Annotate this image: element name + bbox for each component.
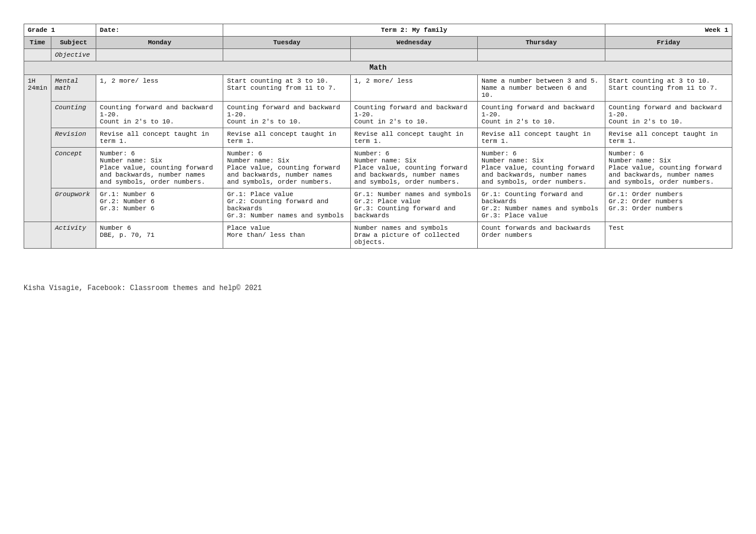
tuesday-mental: Start counting at 3 to 10. Start countin… [223, 75, 350, 102]
footer: Kisha Visagie, Facebook: Classroom theme… [24, 284, 732, 292]
time-cell: 1H 24min [24, 75, 51, 222]
wednesday-mental: 1, 2 more/ less [350, 75, 477, 102]
mental-math-row: 1H 24min Mental math 1, 2 more/ less Sta… [24, 75, 732, 102]
monday-header: Monday [96, 37, 223, 49]
friday-mental: Start counting at 3 to 10. Start countin… [605, 75, 732, 102]
friday-header: Friday [605, 37, 732, 49]
thursday-objective [478, 49, 605, 61]
math-label: Math [24, 61, 732, 75]
thursday-groupwork: Gr.1: Counting forward and backwards Gr.… [478, 188, 605, 222]
friday-objective [605, 49, 732, 61]
week-cell: Week 1 [605, 24, 732, 37]
tuesday-concept: Number: 6 Number name: Six Place value, … [223, 148, 350, 188]
counting-label: Counting [51, 102, 96, 128]
term-label: Term 2: My family [381, 27, 447, 34]
objective-time [24, 49, 51, 61]
activity-time [24, 222, 51, 249]
monday-counting: Counting forward and backward 1-20. Coun… [96, 102, 223, 128]
header-row: Grade 1 Date: Term 2: My family Week 1 [24, 24, 732, 37]
revision-label: Revision [51, 128, 96, 148]
thursday-activity: Count forwards and backwards Order numbe… [478, 222, 605, 249]
tuesday-header: Tuesday [223, 37, 350, 49]
tuesday-revision: Revise all concept taught in term 1. [223, 128, 350, 148]
activity-row: Activity Number 6 DBE, p. 70, 71 Place v… [24, 222, 732, 249]
monday-groupwork: Gr.1: Number 6 Gr.2: Number 6 Gr.3: Numb… [96, 188, 223, 222]
friday-revision: Revise all concept taught in term 1. [605, 128, 732, 148]
wednesday-revision: Revise all concept taught in term 1. [350, 128, 477, 148]
wednesday-groupwork: Gr.1: Number names and symbols Gr.2: Pla… [350, 188, 477, 222]
grade-cell: Grade 1 [24, 24, 96, 37]
tuesday-activity: Place value More than/ less than [223, 222, 350, 249]
wednesday-header: Wednesday [350, 37, 477, 49]
wednesday-counting: Counting forward and backward 1-20. Coun… [350, 102, 477, 128]
concept-label: Concept [51, 148, 96, 188]
lesson-plan-table: Grade 1 Date: Term 2: My family Week 1 T… [24, 24, 732, 249]
thursday-concept: Number: 6 Number name: Six Place value, … [478, 148, 605, 188]
tuesday-counting: Counting forward and backward 1-20. Coun… [223, 102, 350, 128]
tuesday-groupwork: Gr.1: Place value Gr.2: Counting forward… [223, 188, 350, 222]
counting-row: Counting Counting forward and backward 1… [24, 102, 732, 128]
date-cell: Date: [96, 24, 223, 37]
concept-row: Concept Number: 6 Number name: Six Place… [24, 148, 732, 188]
monday-activity: Number 6 DBE, p. 70, 71 [96, 222, 223, 249]
week-label: Week 1 [705, 27, 728, 34]
thursday-header: Thursday [478, 37, 605, 49]
grade-label: Grade 1 [28, 27, 55, 34]
subject-header: Subject [51, 37, 96, 49]
column-header-row: Time Subject Monday Tuesday Wednesday Th… [24, 37, 732, 49]
objective-row: Objective [24, 49, 732, 61]
mental-math-label: Mental math [51, 75, 96, 102]
monday-mental: 1, 2 more/ less [96, 75, 223, 102]
tuesday-objective [223, 49, 350, 61]
friday-concept: Number: 6 Number name: Six Place value, … [605, 148, 732, 188]
revision-row: Revision Revise all concept taught in te… [24, 128, 732, 148]
activity-label: Activity [51, 222, 96, 249]
thursday-counting: Counting forward and backward 1-20. Coun… [478, 102, 605, 128]
objective-label: Objective [51, 49, 96, 61]
date-label: Date: [100, 27, 119, 34]
thursday-mental: Name a number between 3 and 5. Name a nu… [478, 75, 605, 102]
friday-counting: Counting forward and backward 1-20. Coun… [605, 102, 732, 128]
wednesday-activity: Number names and symbols Draw a picture … [350, 222, 477, 249]
thursday-revision: Revise all concept taught in term 1. [478, 128, 605, 148]
wednesday-concept: Number: 6 Number name: Six Place value, … [350, 148, 477, 188]
page-wrapper: Grade 1 Date: Term 2: My family Week 1 T… [24, 24, 732, 292]
friday-activity: Test [605, 222, 732, 249]
groupwork-row: Groupwork Gr.1: Number 6 Gr.2: Number 6 … [24, 188, 732, 222]
footer-text: Kisha Visagie, Facebook: Classroom theme… [24, 284, 262, 292]
monday-concept: Number: 6 Number name: Six Place value, … [96, 148, 223, 188]
term-cell: Term 2: My family [223, 24, 605, 37]
math-section-header: Math [24, 61, 732, 75]
time-header: Time [24, 37, 51, 49]
friday-groupwork: Gr.1: Order numbers Gr.2: Order numbers … [605, 188, 732, 222]
monday-revision: Revise all concept taught in term 1. [96, 128, 223, 148]
wednesday-objective [350, 49, 477, 61]
groupwork-label: Groupwork [51, 188, 96, 222]
monday-objective [96, 49, 223, 61]
